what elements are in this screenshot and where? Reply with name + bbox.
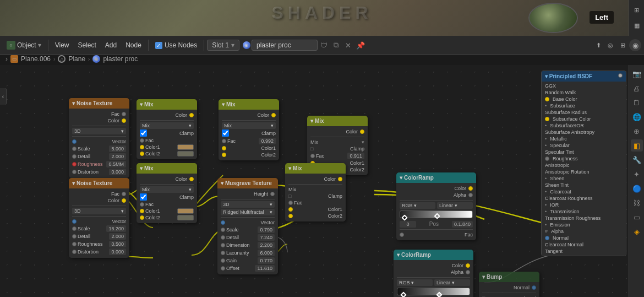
physics-icon[interactable]: 🔵 (631, 182, 643, 195)
node-editor-canvas[interactable]: ▾ Noise Texture Fac Color 3D ▾ Ve (0, 65, 629, 297)
node-bump[interactable]: ▾ Bump Normal □ Invert Strength 1.0 (479, 272, 539, 297)
socket-mix5-fac[interactable] (288, 201, 293, 205)
socket-mix2-col2[interactable] (140, 215, 144, 220)
noise1-type[interactable]: 3D ▾ (72, 128, 126, 134)
socket-musg-vec[interactable] (221, 220, 225, 225)
socket-n2-scale[interactable] (72, 226, 77, 231)
socket-n2-fac-out[interactable] (122, 192, 126, 196)
cr2-rgb[interactable]: RGB ▾ (397, 279, 433, 286)
cr1-rgb[interactable]: RGB ▾ (400, 202, 435, 209)
socket-mix5-col1[interactable] (288, 207, 293, 212)
breadcrumb-item2[interactable]: Plane (68, 55, 85, 63)
sidebar-icon-1[interactable]: ⊞ (631, 5, 642, 15)
socket-roughness[interactable] (72, 162, 77, 166)
scene-props-icon[interactable]: 🌐 (631, 111, 643, 123)
socket-n2-dist[interactable] (72, 250, 77, 254)
socket-mix2-fac[interactable] (140, 202, 144, 207)
node-mix-1[interactable]: ▾ Mix Color Mix ▾ Clamp Fac Co (137, 99, 197, 159)
particles-icon[interactable]: ✦ (631, 168, 643, 180)
socket-n2-color-out[interactable] (122, 198, 126, 203)
object-props-icon[interactable]: ◧ (631, 139, 643, 152)
pin-icon[interactable]: 📌 (355, 40, 366, 50)
node-musgrave[interactable]: ▾ Musgrave Texture Height 3D ▾ Ridged Mu… (217, 178, 278, 274)
mix1-type-dropdown[interactable]: Mix ▾ (140, 122, 194, 129)
socket-n2-vector[interactable] (72, 219, 77, 224)
socket-musg-lacun[interactable] (221, 251, 225, 255)
noise2-type[interactable]: 3D ▾ (72, 208, 126, 214)
view-layer-icon[interactable]: 🗒 (631, 96, 643, 109)
output-props-icon[interactable]: 🖨 (631, 82, 643, 94)
modifier-props-icon[interactable]: 🔧 (631, 154, 643, 166)
socket-musg-offset[interactable] (221, 266, 225, 271)
socket-mix1-col2[interactable] (140, 152, 144, 156)
cr2-gradient-bar[interactable] (397, 288, 470, 295)
socket-musg-dim[interactable] (221, 243, 225, 247)
socket-pbsdf-rough[interactable] (545, 156, 549, 161)
copy-icon[interactable]: ⧉ (331, 40, 342, 50)
data-props-icon[interactable]: ▭ (631, 211, 643, 223)
socket-mix3-fac[interactable] (222, 139, 226, 143)
socket-musg-scale[interactable] (221, 228, 225, 232)
use-nodes-toggle[interactable]: ✓ Use Nodes (151, 40, 201, 51)
musg-type[interactable]: 3D ▾ (221, 201, 275, 208)
mode-selector[interactable]: ○ Object ▾ (3, 39, 45, 51)
node-noise-texture-2[interactable]: ▾ Noise Texture Fac Color 3D ▾ Vector (69, 178, 129, 258)
socket-mix4-out[interactable] (360, 129, 364, 134)
breadcrumb-item3[interactable]: plaster proc (103, 55, 138, 63)
cr2-linear[interactable]: Linear ▾ (434, 279, 470, 286)
node-colorramp-1[interactable]: ▾ ColorRamp Color Alpha RGB ▾ Linear ▾ (396, 172, 476, 240)
cr1-linear[interactable]: Linear ▾ (437, 202, 473, 209)
socket-out-fac[interactable] (122, 112, 126, 116)
socket-musg-height[interactable] (270, 192, 275, 196)
socket-distortion[interactable] (72, 170, 77, 174)
socket-n2-detail[interactable] (72, 234, 77, 239)
socket-in-vector[interactable] (72, 139, 77, 144)
slot-selector[interactable]: Slot 1 ▾ (207, 40, 239, 51)
world-props-icon[interactable]: ⊕ (631, 125, 643, 137)
mix2-type[interactable]: Mix ▾ (140, 186, 194, 193)
socket-cr2-alpha[interactable] (466, 270, 470, 274)
left-panel-collapse[interactable]: ‹ (0, 88, 7, 105)
socket-mix3-out[interactable] (271, 113, 276, 117)
socket-mix1-out[interactable] (189, 113, 194, 117)
constraints-icon[interactable]: ⛓ (631, 197, 643, 209)
socket-cr1-alpha[interactable] (468, 193, 473, 197)
musg-subtype[interactable]: Ridged Multifractal ▾ (221, 209, 275, 215)
socket-pbsdf-normal[interactable] (545, 236, 549, 240)
breadcrumb-item1[interactable]: Plane.006 (21, 55, 51, 63)
mini-viewport[interactable] (528, 3, 578, 33)
socket-scale[interactable] (72, 147, 77, 151)
socket-mix2-out[interactable] (189, 177, 194, 181)
node-mix-2[interactable]: ▾ Mix Color Mix ▾ Clamp Fac Co (137, 163, 197, 223)
socket-detail[interactable] (72, 154, 77, 159)
node-colorramp-2[interactable]: ▾ ColorRamp Color Alpha RGB ▾ Linear ▾ (394, 250, 473, 297)
material-name-field[interactable]: plaster proc (252, 40, 318, 51)
node-mix-3[interactable]: ▾ Mix Color Mix ▾ Clamp Fac 0.992 (219, 99, 279, 160)
socket-out-color[interactable] (122, 118, 126, 123)
socket-mix5-out[interactable] (338, 177, 342, 181)
socket-bump-out[interactable] (532, 285, 536, 290)
socket-n2-rough[interactable] (72, 242, 77, 246)
breadcrumb-expand-icon[interactable]: › (6, 55, 8, 63)
socket-mix1-fac[interactable] (140, 138, 144, 143)
socket-mix3-col2[interactable] (222, 153, 226, 157)
socket-mix3-col1[interactable] (222, 146, 226, 150)
close-icon[interactable]: ✕ (343, 40, 354, 50)
shield-icon[interactable]: 🛡 (319, 40, 330, 50)
socket-musg-detail[interactable] (221, 235, 225, 240)
socket-cr1-fac[interactable] (400, 233, 404, 237)
socket-pbsdf-sscol[interactable] (545, 117, 549, 121)
socket-mix4-fac[interactable] (310, 154, 315, 158)
mix3-clamp-check[interactable] (222, 129, 229, 137)
header-overlay-icon2[interactable]: ⊞ (617, 40, 628, 50)
node-noise-texture-1[interactable]: ▾ Noise Texture Fac Color 3D ▾ Ve (69, 98, 129, 178)
header-snap-icon[interactable]: ◎ (605, 40, 616, 50)
mix2-clamp-check[interactable] (140, 193, 147, 201)
material-props-icon[interactable]: ◈ (631, 225, 643, 237)
socket-mix5-col2[interactable] (288, 214, 293, 218)
select-menu[interactable]: Select (74, 40, 100, 51)
view-menu[interactable]: View (51, 40, 73, 51)
sidebar-icon-2[interactable]: ▦ (631, 21, 642, 31)
header-overlay-icon[interactable]: ⬆ (593, 40, 604, 50)
socket-principled-out[interactable] (618, 73, 623, 78)
